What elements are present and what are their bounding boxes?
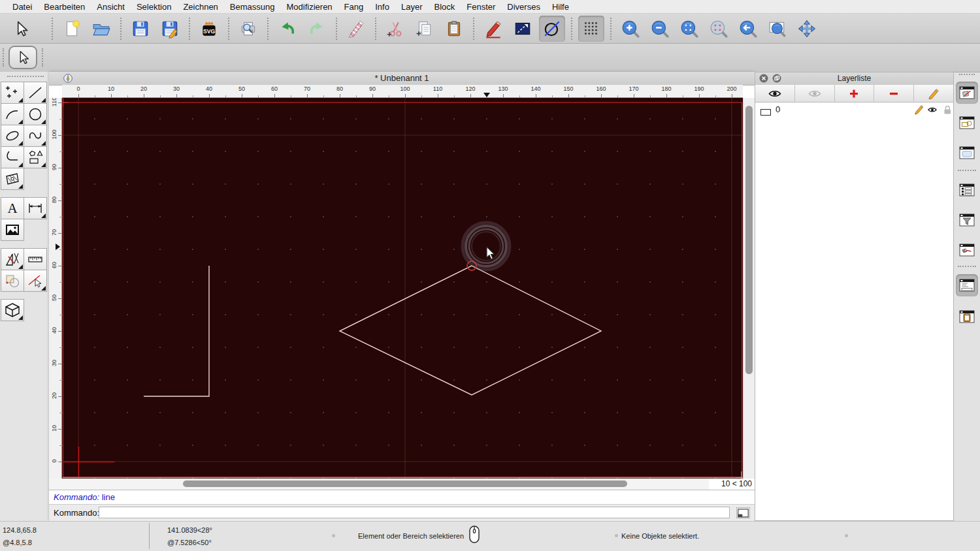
tool-hatch-button[interactable]: [1, 168, 24, 190]
menu-datei[interactable]: Datei: [7, 2, 38, 12]
dock-view-tools-button[interactable]: [956, 239, 978, 261]
menu-hilfe[interactable]: Hilfe: [546, 2, 575, 12]
auto-zoom-button[interactable]: [676, 16, 702, 42]
tool-points-button[interactable]: [1, 82, 24, 104]
menu-diverses[interactable]: Diverses: [501, 2, 546, 12]
drawing-preferences-button[interactable]: [480, 16, 506, 42]
vruler-tick: [58, 233, 61, 234]
edit-layer-button[interactable]: [914, 85, 953, 102]
hide-all-layers-button[interactable]: [795, 85, 835, 102]
dock-clipboard-viewer-button[interactable]: [956, 306, 978, 328]
dock-command-line-button[interactable]: [956, 274, 978, 296]
previous-view-button[interactable]: [735, 16, 761, 42]
remove-layer-button[interactable]: [874, 85, 914, 102]
tool-spline-button[interactable]: [24, 125, 47, 147]
cursor-position-marker-x: [483, 93, 490, 97]
tool-measure-button[interactable]: [24, 248, 47, 270]
menu-fang[interactable]: Fang: [338, 2, 370, 12]
tool-text-button[interactable]: A: [1, 197, 24, 219]
tool-line-button[interactable]: [24, 82, 47, 104]
svg-export-button[interactable]: SVG: [196, 16, 222, 42]
tool-circle-button[interactable]: [24, 103, 47, 125]
zoom-window-button[interactable]: [764, 16, 791, 42]
horizontal-scrollbar[interactable]: 10 < 100: [49, 479, 755, 490]
layer-lock-icon[interactable]: [942, 104, 953, 115]
statusbar-dot: [845, 534, 848, 537]
zoom-out-button[interactable]: [647, 16, 673, 42]
zoom-selection-button[interactable]: [706, 16, 732, 42]
redo-button[interactable]: [304, 16, 330, 42]
command-history-value: line: [102, 492, 115, 502]
command-row: Kommando:: [49, 504, 755, 521]
tool-block-3d-button[interactable]: [1, 299, 24, 321]
new-document-button[interactable]: [59, 16, 85, 42]
tool-image-button[interactable]: [1, 219, 24, 241]
close-panel-icon[interactable]: [759, 74, 768, 83]
vruler-minor-tick: [59, 217, 61, 217]
tool-dimension-button[interactable]: [24, 197, 47, 219]
vertical-scrollbar[interactable]: [743, 98, 755, 479]
vruler-tick: [58, 331, 61, 332]
save-button[interactable]: [127, 16, 154, 42]
dock-selection-filter-button[interactable]: [956, 209, 978, 231]
undo-icon: [278, 19, 297, 39]
layer-row[interactable]: 0: [755, 102, 953, 117]
vruler-label: 10: [51, 422, 57, 435]
tool-polyline-button[interactable]: [1, 146, 24, 168]
print-preview-button[interactable]: [235, 16, 261, 42]
clipboard-window-icon: [958, 309, 975, 324]
grid-toggle-button[interactable]: [578, 16, 604, 42]
drawing-canvas[interactable]: [62, 98, 743, 479]
vruler-label: 40: [51, 324, 57, 337]
save-as-button[interactable]: [157, 16, 183, 42]
undo-button[interactable]: [274, 16, 301, 42]
current-tool-button[interactable]: [8, 46, 37, 69]
dock-library-browser-button[interactable]: [956, 142, 978, 164]
delete-button[interactable]: [343, 16, 369, 42]
hruler-tick: [405, 94, 406, 97]
tool-ellipse-button[interactable]: [1, 125, 24, 147]
cut-button[interactable]: [382, 16, 408, 42]
pan-button[interactable]: [794, 16, 820, 42]
tool-shapes-button[interactable]: [24, 146, 47, 168]
detach-panel-icon[interactable]: [772, 74, 781, 83]
vruler-minor-tick: [59, 413, 61, 413]
toolbar-separator: [267, 18, 269, 40]
vertical-scrollbar-thumb[interactable]: [745, 106, 753, 374]
menu-modifizieren[interactable]: Modifizieren: [281, 2, 338, 12]
modify-icon: [4, 272, 21, 289]
menu-bearbeiten[interactable]: Bearbeiten: [38, 2, 91, 12]
pointer-icon: [11, 19, 31, 39]
menu-selektion[interactable]: Selektion: [131, 2, 177, 12]
paste-button[interactable]: [441, 16, 467, 42]
edit-layer-icon[interactable]: [913, 104, 923, 115]
menu-info[interactable]: Info: [369, 2, 395, 12]
dock-block-list-button[interactable]: [956, 112, 978, 134]
dock-property-editor-button[interactable]: [956, 179, 978, 201]
add-layer-button[interactable]: [835, 85, 875, 102]
save-icon: [131, 19, 150, 39]
zoom-in-button[interactable]: [617, 16, 644, 42]
tool-cad-tools-button[interactable]: [1, 248, 24, 270]
menu-fenster[interactable]: Fenster: [461, 2, 501, 12]
select-tool-button[interactable]: [8, 16, 34, 42]
command-input[interactable]: [99, 507, 730, 518]
draft-mode-button[interactable]: [539, 16, 565, 42]
tool-modify-selection-button[interactable]: [24, 270, 47, 292]
toolbar-separator: [473, 18, 474, 40]
copy-button[interactable]: [412, 16, 438, 42]
line-settings-button[interactable]: [510, 16, 536, 42]
menu-bemassung[interactable]: Bemassung: [224, 2, 281, 12]
menu-ansicht[interactable]: Ansicht: [91, 2, 131, 12]
menu-block[interactable]: Block: [428, 2, 461, 12]
horizontal-scrollbar-thumb[interactable]: [183, 480, 627, 487]
show-all-layers-button[interactable]: [755, 85, 795, 102]
command-window-toggle-button[interactable]: [736, 507, 750, 518]
tool-modify-button[interactable]: [1, 270, 24, 292]
open-file-button[interactable]: [88, 16, 114, 42]
menu-layer[interactable]: Layer: [395, 2, 429, 12]
layer-visibility-icon[interactable]: [927, 104, 938, 115]
tool-arc-button[interactable]: [1, 103, 24, 125]
menu-zeichnen[interactable]: Zeichnen: [177, 2, 223, 12]
dock-layer-list-button[interactable]: [956, 82, 978, 104]
